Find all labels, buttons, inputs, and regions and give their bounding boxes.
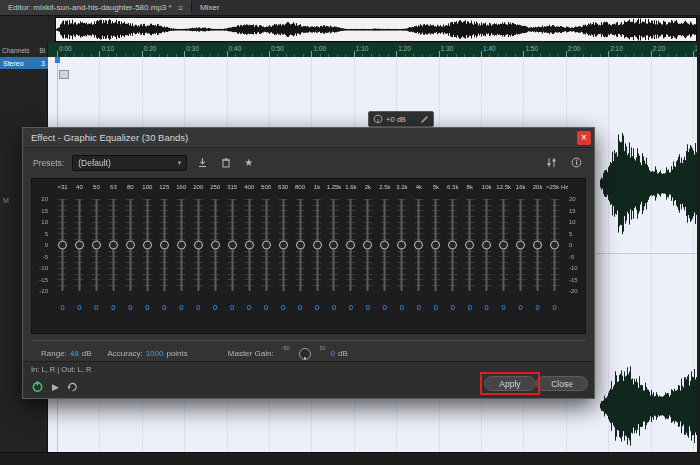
eq-slider-track[interactable] [58,199,67,291]
eq-slider-track[interactable] [92,199,101,291]
eq-slider-knob[interactable] [92,241,101,250]
freq-label: 100 [139,184,156,190]
eq-slider-track[interactable] [143,199,152,291]
apply-button[interactable]: Apply [484,376,536,391]
eq-slider-track[interactable] [499,199,508,291]
channel-row-stereo[interactable]: Stereo 3 [0,57,48,69]
eq-slider-knob[interactable] [448,241,457,250]
volume-knob-icon[interactable] [373,114,383,124]
eq-slider-track[interactable] [414,199,423,291]
eq-slider-track[interactable] [245,199,254,291]
eq-slider-track[interactable] [279,199,288,291]
dialog-bottom-bar: In: L, R | Out: L, R ▶ Apply Close [23,361,594,398]
presets-row: Presets: (Default) ▾ ★ [23,149,594,176]
eq-slider-knob[interactable] [228,241,237,250]
favorite-star-icon[interactable]: ★ [241,155,256,170]
tab-mixer[interactable]: Mixer [192,0,228,15]
eq-slider-knob[interactable] [126,241,135,250]
eq-slider-knob[interactable] [329,241,338,250]
eq-band-13: 6300 [275,179,292,333]
eq-slider-knob[interactable] [211,241,220,250]
eq-slider-knob[interactable] [279,241,288,250]
eq-slider-track[interactable] [313,199,322,291]
eq-slider-track[interactable] [160,199,169,291]
eq-slider-track[interactable] [431,199,440,291]
preview-play-icon[interactable]: ▶ [52,382,59,392]
eq-slider-knob[interactable] [313,241,322,250]
eq-slider-knob[interactable] [550,241,559,250]
channel-map-icon[interactable] [544,155,559,170]
eq-slider-track[interactable] [109,199,118,291]
eq-slider-knob[interactable] [380,241,389,250]
eq-slider-track[interactable] [228,199,237,291]
eq-slider-knob[interactable] [363,241,372,250]
eq-slider-track[interactable] [262,199,271,291]
dialog-title-bar[interactable]: Effect - Graphic Equalizer (30 Bands) [23,128,594,148]
pencil-icon[interactable] [420,115,429,124]
eq-slider-knob[interactable] [482,241,491,250]
delete-preset-icon[interactable] [218,155,233,170]
eq-slider-track[interactable] [126,199,135,291]
master-gain-knob[interactable]: -50 50 [282,346,328,361]
eq-band-value: 0 [292,303,309,312]
eq-slider-knob[interactable] [177,241,186,250]
eq-slider-knob[interactable] [245,241,254,250]
channels-header-label: Channels [2,47,29,54]
eq-slider-track[interactable] [533,199,542,291]
waveform-overview[interactable] [55,17,697,42]
eq-slider-knob[interactable] [346,241,355,250]
dialog-close-icon[interactable]: × [577,131,591,145]
eq-slider-knob[interactable] [516,241,525,250]
eq-slider-track[interactable] [448,199,457,291]
eq-slider-track[interactable] [380,199,389,291]
eq-slider-knob[interactable] [75,241,84,250]
panel-menu-icon[interactable]: ≡ [178,3,183,13]
eq-slider-knob[interactable] [58,241,67,250]
eq-slider-knob[interactable] [465,241,474,250]
freq-label: 500 [258,184,275,190]
eq-slider-knob[interactable] [262,241,271,250]
scale-label: 10 [32,219,48,225]
eq-slider-track[interactable] [75,199,84,291]
eq-slider-track[interactable] [550,199,559,291]
accuracy-value[interactable]: 1000 [146,349,164,358]
channel-stereo-value: 3 [41,60,45,67]
eq-slider-knob[interactable] [533,241,542,250]
eq-slider-knob[interactable] [143,241,152,250]
eq-slider-track[interactable] [211,199,220,291]
eq-slider-track[interactable] [194,199,203,291]
loop-icon[interactable] [67,381,78,392]
eq-slider-track[interactable] [465,199,474,291]
power-toggle-icon[interactable] [31,380,44,393]
eq-slider-track[interactable] [516,199,525,291]
eq-slider-knob[interactable] [397,241,406,250]
save-preset-icon[interactable] [195,155,210,170]
volume-hud[interactable]: +0 dB [368,111,434,127]
eq-slider-knob[interactable] [194,241,203,250]
eq-slider-track[interactable] [177,199,186,291]
eq-band-19: 2.5k0 [376,179,393,333]
eq-slider-track[interactable] [346,199,355,291]
info-icon[interactable] [569,155,584,170]
scale-label: -10 [569,265,585,271]
eq-slider-track[interactable] [363,199,372,291]
eq-slider-knob[interactable] [431,241,440,250]
eq-slider-knob[interactable] [160,241,169,250]
eq-slider-knob[interactable] [499,241,508,250]
master-gain-value[interactable]: 0 [331,349,335,358]
eq-slider-track[interactable] [296,199,305,291]
close-button[interactable]: Close [536,376,588,391]
scale-label: -20 [569,288,585,294]
master-gain-knob-icon[interactable] [299,348,311,360]
eq-slider-track[interactable] [482,199,491,291]
eq-slider-knob[interactable] [109,241,118,250]
tab-editor[interactable]: Editor: mixkit-sun-and-his-daughter-580.… [0,0,191,15]
freq-label: 10k [478,184,495,190]
eq-slider-track[interactable] [397,199,406,291]
preset-select[interactable]: (Default) ▾ [72,155,187,171]
eq-slider-knob[interactable] [296,241,305,250]
range-value[interactable]: 48 [70,349,79,358]
eq-slider-knob[interactable] [414,241,423,250]
timeline-ruler[interactable]: 0:000:100:200:300:400:501:001:101:201:30… [48,43,700,57]
eq-slider-track[interactable] [329,199,338,291]
